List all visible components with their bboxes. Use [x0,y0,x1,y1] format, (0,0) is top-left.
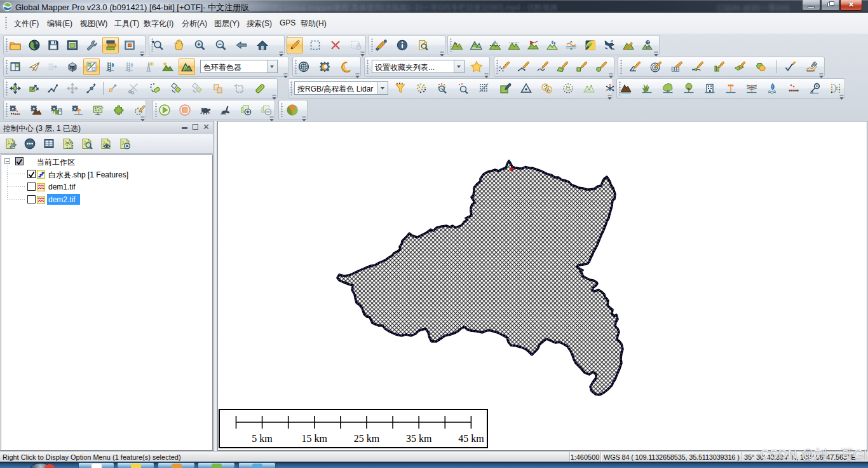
svg-text:x: x [632,67,635,71]
svg-text:3D: 3D [69,65,74,69]
